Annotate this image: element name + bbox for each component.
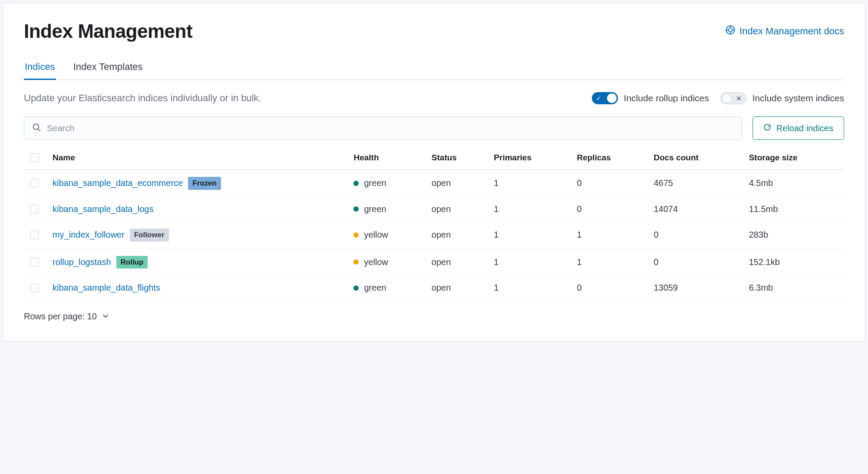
search-box[interactable] bbox=[24, 116, 742, 140]
col-health[interactable]: Health bbox=[347, 144, 425, 170]
status-cell: open bbox=[426, 170, 488, 197]
action-row: Reload indices bbox=[24, 116, 844, 140]
index-name-link[interactable]: rollup_logstash bbox=[53, 257, 111, 267]
status-cell: open bbox=[426, 276, 488, 300]
index-name-link[interactable]: kibana_sample_data_logs bbox=[53, 204, 153, 214]
primaries-cell: 1 bbox=[488, 197, 571, 221]
primaries-cell: 1 bbox=[488, 170, 571, 197]
health-label: green bbox=[364, 204, 386, 214]
row-checkbox[interactable] bbox=[30, 205, 39, 213]
index-management-panel: Index Management Index Management docs I… bbox=[3, 3, 865, 341]
rows-per-page-label: Rows per page: 10 bbox=[24, 312, 97, 322]
switch-on-icon bbox=[592, 92, 618, 104]
toggle-include-rollup[interactable]: Include rollup indices bbox=[592, 92, 709, 104]
table-header-row: Name Health Status Primaries Replicas Do… bbox=[24, 144, 844, 170]
health-dot-icon bbox=[353, 232, 359, 238]
toggle-system-label: Include system indices bbox=[752, 93, 844, 103]
storage-cell: 152.1kb bbox=[743, 249, 844, 276]
row-checkbox[interactable] bbox=[30, 258, 39, 266]
chevron-down-icon bbox=[102, 312, 109, 322]
tab-bar: Indices Index Templates bbox=[24, 57, 844, 80]
reload-icon bbox=[763, 123, 771, 133]
table-footer: Rows per page: 10 bbox=[24, 312, 844, 322]
toggle-rollup-label: Include rollup indices bbox=[624, 93, 709, 103]
storage-cell: 11.5mb bbox=[743, 197, 844, 221]
primaries-cell: 1 bbox=[488, 249, 571, 276]
docs-cell: 13059 bbox=[647, 276, 743, 300]
toolbar-row: Update your Elasticsearch indices indivi… bbox=[24, 92, 844, 104]
tab-indices[interactable]: Indices bbox=[24, 57, 56, 80]
docs-link[interactable]: Index Management docs bbox=[726, 25, 844, 37]
col-docs[interactable]: Docs count bbox=[647, 144, 743, 170]
reload-indices-button[interactable]: Reload indices bbox=[752, 116, 844, 140]
row-checkbox[interactable] bbox=[30, 284, 39, 292]
rows-per-page-selector[interactable]: Rows per page: 10 bbox=[24, 312, 109, 322]
row-checkbox[interactable] bbox=[30, 179, 39, 188]
replicas-cell: 1 bbox=[571, 249, 647, 276]
health-label: green bbox=[364, 283, 386, 293]
status-cell: open bbox=[426, 197, 488, 221]
search-input[interactable] bbox=[47, 123, 734, 133]
storage-cell: 6.3mb bbox=[743, 276, 844, 300]
health-dot-icon bbox=[353, 285, 359, 291]
index-name-link[interactable]: my_index_follower bbox=[53, 230, 125, 240]
health-dot-icon bbox=[353, 206, 359, 212]
table-row: kibana_sample_data_ecommerceFrozengreeno… bbox=[24, 170, 844, 197]
col-storage[interactable]: Storage size bbox=[743, 144, 844, 170]
svg-point-2 bbox=[33, 124, 39, 130]
help-icon bbox=[726, 25, 735, 37]
docs-link-label: Index Management docs bbox=[739, 26, 844, 37]
toggle-group: Include rollup indices Include system in… bbox=[592, 92, 844, 104]
search-icon bbox=[32, 123, 41, 133]
status-cell: open bbox=[426, 249, 488, 276]
storage-cell: 283b bbox=[743, 221, 844, 249]
health-dot-icon bbox=[353, 259, 359, 265]
table-row: my_index_followerFolloweryellowopen11028… bbox=[24, 221, 844, 249]
table-row: rollup_logstashRollupyellowopen110152.1k… bbox=[24, 249, 844, 276]
index-name-link[interactable]: kibana_sample_data_ecommerce bbox=[53, 178, 183, 188]
health-label: yellow bbox=[364, 230, 388, 240]
health-label: yellow bbox=[364, 257, 388, 267]
index-name-link[interactable]: kibana_sample_data_flights bbox=[53, 283, 160, 293]
page-title: Index Management bbox=[24, 20, 192, 42]
page-subtitle: Update your Elasticsearch indices indivi… bbox=[24, 93, 261, 104]
replicas-cell: 0 bbox=[571, 170, 647, 197]
switch-off-icon bbox=[720, 92, 746, 104]
docs-cell: 14074 bbox=[647, 197, 743, 221]
col-name[interactable]: Name bbox=[46, 144, 347, 170]
replicas-cell: 0 bbox=[571, 276, 647, 300]
docs-cell: 0 bbox=[647, 249, 743, 276]
select-all-checkbox[interactable] bbox=[30, 153, 39, 162]
primaries-cell: 1 bbox=[488, 276, 571, 300]
docs-cell: 4675 bbox=[647, 170, 743, 197]
health-label: green bbox=[364, 178, 386, 188]
indices-table: Name Health Status Primaries Replicas Do… bbox=[24, 144, 844, 300]
replicas-cell: 1 bbox=[571, 221, 647, 249]
col-status[interactable]: Status bbox=[426, 144, 488, 170]
status-cell: open bbox=[426, 221, 488, 249]
page-header: Index Management Index Management docs bbox=[24, 20, 844, 42]
docs-cell: 0 bbox=[647, 221, 743, 249]
primaries-cell: 1 bbox=[488, 221, 571, 249]
storage-cell: 4.5mb bbox=[743, 170, 844, 197]
tab-index-templates[interactable]: Index Templates bbox=[73, 57, 144, 80]
index-badge: Follower bbox=[130, 229, 169, 242]
table-row: kibana_sample_data_logsgreenopen10140741… bbox=[24, 197, 844, 221]
table-row: kibana_sample_data_flightsgreenopen10130… bbox=[24, 276, 844, 300]
svg-point-1 bbox=[729, 28, 733, 32]
replicas-cell: 0 bbox=[571, 197, 647, 221]
index-badge: Frozen bbox=[188, 177, 221, 190]
reload-button-label: Reload indices bbox=[776, 123, 833, 133]
col-primaries[interactable]: Primaries bbox=[488, 144, 571, 170]
toggle-include-system[interactable]: Include system indices bbox=[720, 92, 844, 104]
row-checkbox[interactable] bbox=[30, 231, 39, 239]
col-replicas[interactable]: Replicas bbox=[571, 144, 647, 170]
index-badge: Rollup bbox=[116, 256, 148, 269]
health-dot-icon bbox=[353, 181, 359, 186]
